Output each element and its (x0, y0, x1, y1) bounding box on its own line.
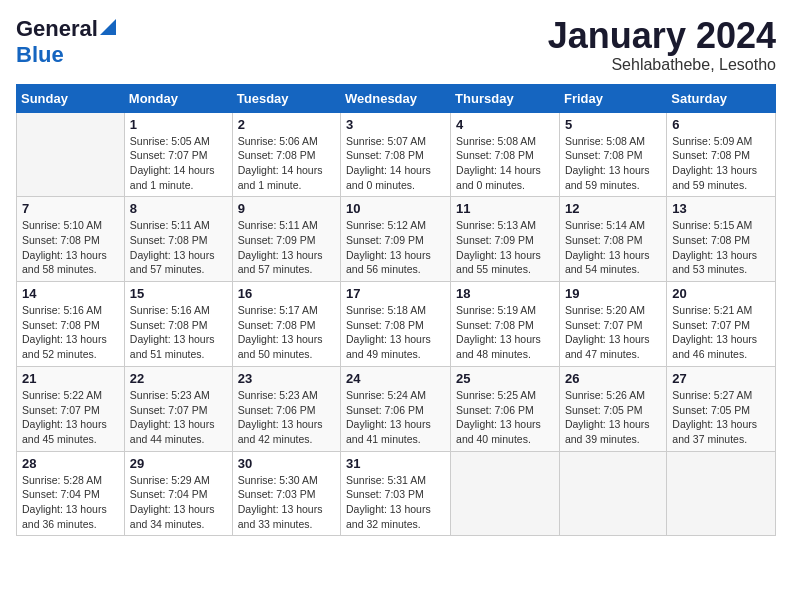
day-number: 12 (565, 201, 661, 216)
week-row-2: 7Sunrise: 5:10 AMSunset: 7:08 PMDaylight… (17, 197, 776, 282)
calendar-cell: 3Sunrise: 5:07 AMSunset: 7:08 PMDaylight… (341, 112, 451, 197)
day-number: 5 (565, 117, 661, 132)
day-info: Sunrise: 5:21 AMSunset: 7:07 PMDaylight:… (672, 303, 770, 362)
calendar-cell: 6Sunrise: 5:09 AMSunset: 7:08 PMDaylight… (667, 112, 776, 197)
day-info: Sunrise: 5:20 AMSunset: 7:07 PMDaylight:… (565, 303, 661, 362)
title-block: January 2024 Sehlabathebe, Lesotho (548, 16, 776, 74)
logo-general-text: General (16, 16, 98, 42)
calendar-cell: 5Sunrise: 5:08 AMSunset: 7:08 PMDaylight… (559, 112, 666, 197)
location-title: Sehlabathebe, Lesotho (548, 56, 776, 74)
day-info: Sunrise: 5:29 AMSunset: 7:04 PMDaylight:… (130, 473, 227, 532)
day-number: 19 (565, 286, 661, 301)
calendar-cell: 9Sunrise: 5:11 AMSunset: 7:09 PMDaylight… (232, 197, 340, 282)
calendar-cell: 27Sunrise: 5:27 AMSunset: 7:05 PMDayligh… (667, 366, 776, 451)
day-number: 2 (238, 117, 335, 132)
day-info: Sunrise: 5:31 AMSunset: 7:03 PMDaylight:… (346, 473, 445, 532)
day-number: 7 (22, 201, 119, 216)
day-number: 24 (346, 371, 445, 386)
column-header-friday: Friday (559, 84, 666, 112)
day-number: 1 (130, 117, 227, 132)
calendar-cell: 18Sunrise: 5:19 AMSunset: 7:08 PMDayligh… (451, 282, 560, 367)
day-number: 22 (130, 371, 227, 386)
day-number: 6 (672, 117, 770, 132)
calendar-cell: 26Sunrise: 5:26 AMSunset: 7:05 PMDayligh… (559, 366, 666, 451)
day-number: 20 (672, 286, 770, 301)
logo-triangle-icon (100, 19, 116, 35)
calendar-table: SundayMondayTuesdayWednesdayThursdayFrid… (16, 84, 776, 537)
calendar-cell: 21Sunrise: 5:22 AMSunset: 7:07 PMDayligh… (17, 366, 125, 451)
day-info: Sunrise: 5:09 AMSunset: 7:08 PMDaylight:… (672, 134, 770, 193)
day-info: Sunrise: 5:25 AMSunset: 7:06 PMDaylight:… (456, 388, 554, 447)
day-info: Sunrise: 5:05 AMSunset: 7:07 PMDaylight:… (130, 134, 227, 193)
calendar-cell: 29Sunrise: 5:29 AMSunset: 7:04 PMDayligh… (124, 451, 232, 536)
calendar-cell: 16Sunrise: 5:17 AMSunset: 7:08 PMDayligh… (232, 282, 340, 367)
day-info: Sunrise: 5:06 AMSunset: 7:08 PMDaylight:… (238, 134, 335, 193)
day-info: Sunrise: 5:16 AMSunset: 7:08 PMDaylight:… (130, 303, 227, 362)
day-info: Sunrise: 5:30 AMSunset: 7:03 PMDaylight:… (238, 473, 335, 532)
day-number: 13 (672, 201, 770, 216)
calendar-cell: 4Sunrise: 5:08 AMSunset: 7:08 PMDaylight… (451, 112, 560, 197)
day-info: Sunrise: 5:12 AMSunset: 7:09 PMDaylight:… (346, 218, 445, 277)
day-number: 29 (130, 456, 227, 471)
day-info: Sunrise: 5:08 AMSunset: 7:08 PMDaylight:… (456, 134, 554, 193)
month-title: January 2024 (548, 16, 776, 56)
calendar-cell (667, 451, 776, 536)
column-header-monday: Monday (124, 84, 232, 112)
day-number: 27 (672, 371, 770, 386)
column-header-tuesday: Tuesday (232, 84, 340, 112)
day-number: 17 (346, 286, 445, 301)
calendar-cell: 30Sunrise: 5:30 AMSunset: 7:03 PMDayligh… (232, 451, 340, 536)
column-header-wednesday: Wednesday (341, 84, 451, 112)
day-info: Sunrise: 5:10 AMSunset: 7:08 PMDaylight:… (22, 218, 119, 277)
day-info: Sunrise: 5:16 AMSunset: 7:08 PMDaylight:… (22, 303, 119, 362)
day-info: Sunrise: 5:15 AMSunset: 7:08 PMDaylight:… (672, 218, 770, 277)
calendar-cell: 2Sunrise: 5:06 AMSunset: 7:08 PMDaylight… (232, 112, 340, 197)
day-info: Sunrise: 5:23 AMSunset: 7:07 PMDaylight:… (130, 388, 227, 447)
day-number: 26 (565, 371, 661, 386)
day-info: Sunrise: 5:11 AMSunset: 7:09 PMDaylight:… (238, 218, 335, 277)
day-info: Sunrise: 5:17 AMSunset: 7:08 PMDaylight:… (238, 303, 335, 362)
day-info: Sunrise: 5:26 AMSunset: 7:05 PMDaylight:… (565, 388, 661, 447)
calendar-cell: 12Sunrise: 5:14 AMSunset: 7:08 PMDayligh… (559, 197, 666, 282)
column-header-sunday: Sunday (17, 84, 125, 112)
week-row-3: 14Sunrise: 5:16 AMSunset: 7:08 PMDayligh… (17, 282, 776, 367)
calendar-cell: 7Sunrise: 5:10 AMSunset: 7:08 PMDaylight… (17, 197, 125, 282)
day-number: 21 (22, 371, 119, 386)
calendar-cell: 19Sunrise: 5:20 AMSunset: 7:07 PMDayligh… (559, 282, 666, 367)
column-header-thursday: Thursday (451, 84, 560, 112)
calendar-cell: 22Sunrise: 5:23 AMSunset: 7:07 PMDayligh… (124, 366, 232, 451)
calendar-cell: 14Sunrise: 5:16 AMSunset: 7:08 PMDayligh… (17, 282, 125, 367)
calendar-cell (17, 112, 125, 197)
day-number: 10 (346, 201, 445, 216)
calendar-cell: 20Sunrise: 5:21 AMSunset: 7:07 PMDayligh… (667, 282, 776, 367)
day-number: 8 (130, 201, 227, 216)
logo: General Blue (16, 16, 116, 68)
day-info: Sunrise: 5:22 AMSunset: 7:07 PMDaylight:… (22, 388, 119, 447)
day-info: Sunrise: 5:08 AMSunset: 7:08 PMDaylight:… (565, 134, 661, 193)
calendar-cell (559, 451, 666, 536)
calendar-cell: 1Sunrise: 5:05 AMSunset: 7:07 PMDaylight… (124, 112, 232, 197)
day-number: 4 (456, 117, 554, 132)
day-number: 14 (22, 286, 119, 301)
day-number: 31 (346, 456, 445, 471)
calendar-cell (451, 451, 560, 536)
day-info: Sunrise: 5:28 AMSunset: 7:04 PMDaylight:… (22, 473, 119, 532)
week-row-4: 21Sunrise: 5:22 AMSunset: 7:07 PMDayligh… (17, 366, 776, 451)
day-info: Sunrise: 5:27 AMSunset: 7:05 PMDaylight:… (672, 388, 770, 447)
day-info: Sunrise: 5:14 AMSunset: 7:08 PMDaylight:… (565, 218, 661, 277)
day-info: Sunrise: 5:18 AMSunset: 7:08 PMDaylight:… (346, 303, 445, 362)
week-row-1: 1Sunrise: 5:05 AMSunset: 7:07 PMDaylight… (17, 112, 776, 197)
day-number: 23 (238, 371, 335, 386)
day-info: Sunrise: 5:23 AMSunset: 7:06 PMDaylight:… (238, 388, 335, 447)
calendar-cell: 28Sunrise: 5:28 AMSunset: 7:04 PMDayligh… (17, 451, 125, 536)
calendar-cell: 24Sunrise: 5:24 AMSunset: 7:06 PMDayligh… (341, 366, 451, 451)
calendar-cell: 10Sunrise: 5:12 AMSunset: 7:09 PMDayligh… (341, 197, 451, 282)
week-row-5: 28Sunrise: 5:28 AMSunset: 7:04 PMDayligh… (17, 451, 776, 536)
day-number: 9 (238, 201, 335, 216)
calendar-cell: 13Sunrise: 5:15 AMSunset: 7:08 PMDayligh… (667, 197, 776, 282)
calendar-cell: 23Sunrise: 5:23 AMSunset: 7:06 PMDayligh… (232, 366, 340, 451)
calendar-cell: 15Sunrise: 5:16 AMSunset: 7:08 PMDayligh… (124, 282, 232, 367)
calendar-cell: 31Sunrise: 5:31 AMSunset: 7:03 PMDayligh… (341, 451, 451, 536)
day-number: 30 (238, 456, 335, 471)
calendar-cell: 8Sunrise: 5:11 AMSunset: 7:08 PMDaylight… (124, 197, 232, 282)
